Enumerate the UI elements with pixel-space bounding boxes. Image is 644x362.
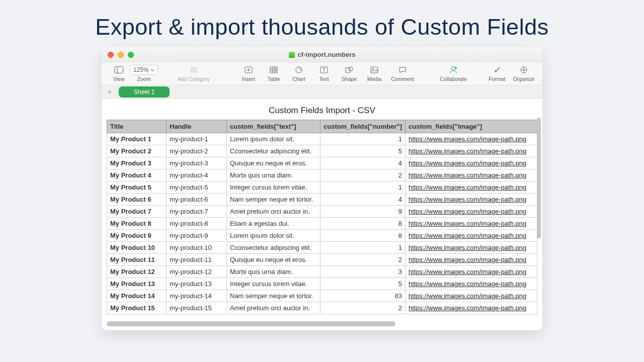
image-link[interactable]: https://www.images.com/image-path.png bbox=[409, 304, 526, 312]
cell-title[interactable]: My Product 15 bbox=[107, 302, 167, 314]
cell-text[interactable]: Integer cursus lorem vitae. bbox=[227, 278, 320, 290]
view-button[interactable]: View bbox=[107, 65, 131, 82]
cell-image[interactable]: https://www.images.com/image-path.png bbox=[406, 182, 537, 194]
cell-text[interactable]: Etiam a egestas dui. bbox=[227, 218, 320, 230]
cell-title[interactable]: My Product 8 bbox=[107, 218, 167, 230]
cell-title[interactable]: My Product 10 bbox=[107, 242, 167, 254]
cell-handle[interactable]: my-product-15 bbox=[167, 302, 227, 314]
cell-text[interactable]: Lorem ipsum dolor sit. bbox=[227, 133, 320, 145]
cell-image[interactable]: https://www.images.com/image-path.png bbox=[406, 194, 537, 206]
image-link[interactable]: https://www.images.com/image-path.png bbox=[409, 268, 526, 276]
image-link[interactable]: https://www.images.com/image-path.png bbox=[409, 196, 526, 203]
table-row[interactable]: My Product 13my-product-13Integer cursus… bbox=[107, 278, 537, 290]
cell-handle[interactable]: my-product-5 bbox=[167, 182, 227, 194]
table-row[interactable]: My Product 9my-product-9Lorem ipsum dolo… bbox=[107, 230, 537, 242]
cell-title[interactable]: My Product 2 bbox=[107, 145, 167, 157]
organize-button[interactable]: Organize bbox=[510, 65, 537, 82]
table-row[interactable]: My Product 10my-product-10Cconsectetur a… bbox=[107, 242, 537, 254]
sheet-tab[interactable]: Sheet 1 bbox=[119, 86, 170, 98]
cell-number[interactable]: 4 bbox=[320, 194, 406, 206]
cell-image[interactable]: https://www.images.com/image-path.png bbox=[406, 157, 537, 169]
image-link[interactable]: https://www.images.com/image-path.png bbox=[409, 208, 526, 215]
text-button[interactable]: T Text bbox=[312, 65, 336, 82]
cell-number[interactable]: 9 bbox=[320, 206, 406, 218]
image-link[interactable]: https://www.images.com/image-path.png bbox=[409, 135, 526, 143]
zoom-button[interactable]: 125% Zoom bbox=[132, 65, 156, 82]
table-row[interactable]: My Product 12my-product-12Morbi quis urn… bbox=[107, 266, 537, 278]
cell-image[interactable]: https://www.images.com/image-path.png bbox=[406, 290, 537, 302]
cell-number[interactable]: 1 bbox=[320, 242, 406, 254]
cell-number[interactable]: 2 bbox=[320, 254, 406, 266]
cell-handle[interactable]: my-product-13 bbox=[167, 278, 227, 290]
insert-button[interactable]: Insert bbox=[236, 65, 261, 82]
vertical-scrollbar[interactable] bbox=[537, 118, 541, 268]
cell-image[interactable]: https://www.images.com/image-path.png bbox=[406, 254, 537, 266]
cell-title[interactable]: My Product 4 bbox=[107, 169, 167, 182]
horizontal-scrollbar[interactable] bbox=[107, 321, 531, 326]
cell-image[interactable]: https://www.images.com/image-path.png bbox=[406, 218, 537, 230]
cell-image[interactable]: https://www.images.com/image-path.png bbox=[406, 230, 537, 242]
table-row[interactable]: My Product 8my-product-8Etiam a egestas … bbox=[107, 218, 537, 230]
cell-text[interactable]: Nam semper neque et tortor. bbox=[227, 194, 320, 206]
cell-title[interactable]: My Product 12 bbox=[107, 266, 167, 278]
fullscreen-icon[interactable] bbox=[128, 52, 134, 58]
table-row[interactable]: My Product 4my-product-4Morbi quis urna … bbox=[107, 169, 537, 182]
zoom-dropdown[interactable]: 125% bbox=[130, 65, 158, 75]
comment-button[interactable]: Comment bbox=[387, 65, 418, 82]
table-row[interactable]: My Product 15my-product-15Amet pretium o… bbox=[107, 302, 537, 314]
cell-handle[interactable]: my-product-10 bbox=[167, 242, 227, 254]
collaborate-button[interactable]: + Collaborate bbox=[437, 65, 470, 82]
cell-number[interactable]: 8 bbox=[320, 230, 406, 242]
cell-image[interactable]: https://www.images.com/image-path.png bbox=[406, 242, 537, 254]
cell-handle[interactable]: my-product-6 bbox=[167, 194, 227, 206]
cell-number[interactable]: 1 bbox=[320, 182, 406, 194]
image-link[interactable]: https://www.images.com/image-path.png bbox=[409, 171, 526, 179]
col-text[interactable]: custom_fields["text"] bbox=[227, 120, 320, 133]
cell-image[interactable]: https://www.images.com/image-path.png bbox=[406, 145, 537, 157]
cell-handle[interactable]: my-product-1 bbox=[167, 133, 227, 145]
image-link[interactable]: https://www.images.com/image-path.png bbox=[409, 159, 526, 167]
cell-handle[interactable]: my-product-3 bbox=[167, 157, 227, 169]
add-category-button[interactable]: Add Category bbox=[171, 65, 216, 82]
table-row[interactable]: My Product 6my-product-6Nam semper neque… bbox=[107, 194, 537, 206]
cell-title[interactable]: My Product 3 bbox=[107, 157, 167, 169]
cell-image[interactable]: https://www.images.com/image-path.png bbox=[406, 266, 537, 278]
cell-image[interactable]: https://www.images.com/image-path.png bbox=[406, 169, 537, 182]
minimize-icon[interactable] bbox=[118, 52, 124, 58]
col-title[interactable]: Title bbox=[107, 120, 167, 133]
cell-title[interactable]: My Product 9 bbox=[107, 230, 167, 242]
image-link[interactable]: https://www.images.com/image-path.png bbox=[409, 184, 526, 191]
table-row[interactable]: My Product 14my-product-14Nam semper neq… bbox=[107, 290, 537, 302]
horizontal-scrollbar-thumb[interactable] bbox=[107, 321, 395, 326]
image-link[interactable]: https://www.images.com/image-path.png bbox=[409, 280, 526, 288]
cell-number[interactable]: 5 bbox=[320, 145, 406, 157]
col-handle[interactable]: Handle bbox=[167, 120, 227, 133]
shape-button[interactable]: Shape bbox=[337, 65, 361, 82]
table-row[interactable]: My Product 3my-product-3Quisque eu neque… bbox=[107, 157, 537, 169]
cell-text[interactable]: Quisque eu neque et eros. bbox=[227, 157, 320, 169]
table-row[interactable]: My Product 2my-product-2Cconsectetur adi… bbox=[107, 145, 537, 157]
cell-number[interactable]: 83 bbox=[320, 290, 406, 302]
cell-text[interactable]: Lorem ipsum dolor sit. bbox=[227, 230, 320, 242]
cell-handle[interactable]: my-product-2 bbox=[167, 145, 227, 157]
cell-title[interactable]: My Product 7 bbox=[107, 206, 167, 218]
cell-handle[interactable]: my-product-9 bbox=[167, 230, 227, 242]
table-button[interactable]: Table bbox=[262, 65, 286, 82]
spreadsheet-table[interactable]: Title Handle custom_fields["text"] custo… bbox=[107, 120, 537, 314]
cell-title[interactable]: My Product 14 bbox=[107, 290, 167, 302]
chart-button[interactable]: Chart bbox=[287, 65, 311, 82]
table-row[interactable]: My Product 5my-product-5Integer cursus l… bbox=[107, 182, 537, 194]
format-button[interactable]: Format bbox=[485, 65, 509, 82]
cell-title[interactable]: My Product 6 bbox=[107, 194, 167, 206]
cell-number[interactable]: 4 bbox=[320, 157, 406, 169]
cell-text[interactable]: Amet pretium orci auctor in. bbox=[227, 302, 320, 314]
cell-image[interactable]: https://www.images.com/image-path.png bbox=[406, 206, 537, 218]
close-icon[interactable] bbox=[108, 52, 114, 58]
cell-handle[interactable]: my-product-11 bbox=[167, 254, 227, 266]
cell-title[interactable]: My Product 11 bbox=[107, 254, 167, 266]
cell-number[interactable]: 5 bbox=[320, 278, 406, 290]
table-row[interactable]: My Product 1my-product-1Lorem ipsum dolo… bbox=[107, 133, 537, 145]
cell-text[interactable]: Cconsectetur adipiscing elit. bbox=[227, 242, 320, 254]
add-sheet-button[interactable]: + bbox=[106, 87, 114, 97]
cell-text[interactable]: Nam semper neque et tortor. bbox=[227, 290, 320, 302]
